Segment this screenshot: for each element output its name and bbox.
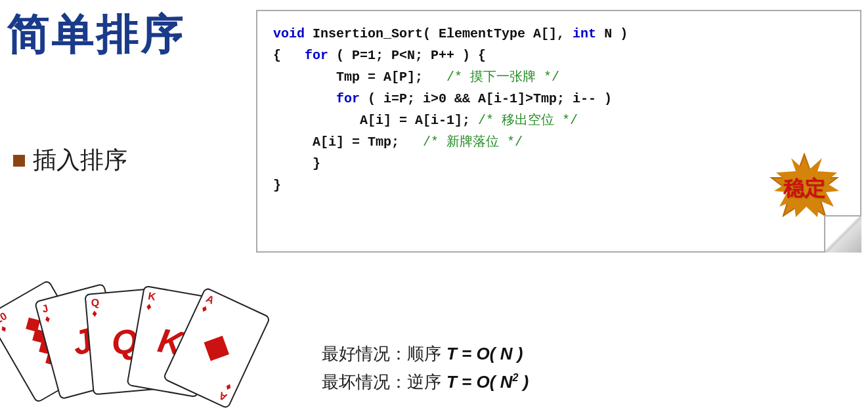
code-line-7: } [273, 153, 847, 175]
left-panel: 简单排序 插入排序 10♦ 10♦ J♦ J J♦ [0, 0, 256, 412]
worst-case-label: 最坏情况：逆序 [322, 371, 441, 394]
bullet-insertion-sort: 插入排序 [13, 144, 127, 176]
best-case-label: 最好情况：顺序 [322, 342, 441, 365]
best-case-formula: T = O( N ) [446, 344, 523, 364]
stable-badge: 稳定 [768, 153, 840, 225]
card-rank-top: A♦ [200, 293, 216, 316]
card-rank-top: 10♦ [0, 311, 14, 335]
code-line-6: A[i] = Tmp; /* 新牌落位 */ [273, 131, 847, 153]
code-line-3: Tmp = A[P]; /* 摸下一张牌 */ [273, 66, 847, 88]
code-line-2: { for ( P=1; P<N; P++ ) { [273, 45, 847, 66]
bullet-label: 插入排序 [33, 144, 127, 176]
card-center [204, 335, 230, 361]
card-rank-top: K♦ [145, 291, 156, 313]
diamond-icon [204, 335, 229, 360]
page-title: 简单排序 [7, 7, 185, 64]
code-line-1: void Insertion_Sort( ElementType A[], in… [273, 23, 847, 45]
code-block: void Insertion_Sort( ElementType A[], in… [273, 23, 847, 196]
cards-illustration: 10♦ 10♦ J♦ J J♦ Q♦ Q Q♦ [0, 215, 269, 412]
card-rank-bottom: A♦ [217, 381, 233, 403]
best-case-line: 最好情况：顺序 T = O( N ) [322, 342, 861, 365]
complexity-section: 最好情况：顺序 T = O( N ) 最坏情况：逆序 T = O( N2 ) [322, 342, 861, 399]
card-rank-top: J♦ [41, 303, 52, 325]
code-line-5: A[i] = A[i-1]; /* 移出空位 */ [273, 110, 847, 131]
stable-badge-text: 稳定 [783, 175, 825, 203]
code-line-8: } [273, 175, 847, 196]
code-line-4: for ( i=P; i>0 && A[i-1]>Tmp; i-- ) [273, 88, 847, 110]
code-panel: void Insertion_Sort( ElementType A[], in… [256, 10, 861, 253]
worst-case-line: 最坏情况：逆序 T = O( N2 ) [322, 371, 861, 394]
card-rank-top: Q♦ [91, 297, 100, 319]
worst-case-formula: T = O( N2 ) [446, 372, 529, 392]
bullet-icon [13, 155, 25, 167]
